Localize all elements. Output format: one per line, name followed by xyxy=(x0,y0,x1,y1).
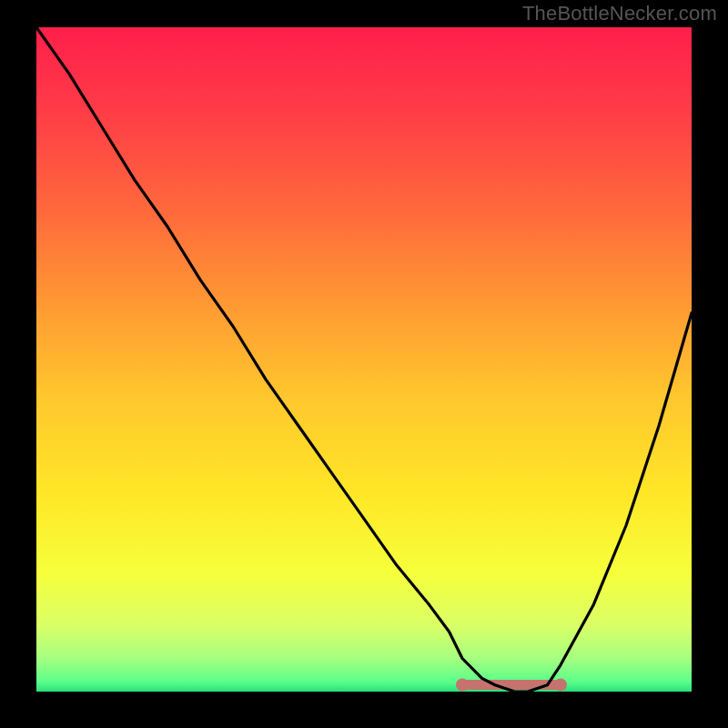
chart-outer: TheBottleNecker.com xyxy=(0,0,728,728)
svg-point-3 xyxy=(471,682,477,687)
svg-point-7 xyxy=(521,682,526,687)
plot-area xyxy=(36,27,692,692)
svg-point-6 xyxy=(509,682,514,687)
svg-point-2 xyxy=(554,679,567,692)
bottleneck-chart xyxy=(36,27,692,692)
attribution-text: TheBottleNecker.com xyxy=(522,2,717,25)
gradient-background xyxy=(36,27,692,692)
svg-point-1 xyxy=(456,679,469,692)
